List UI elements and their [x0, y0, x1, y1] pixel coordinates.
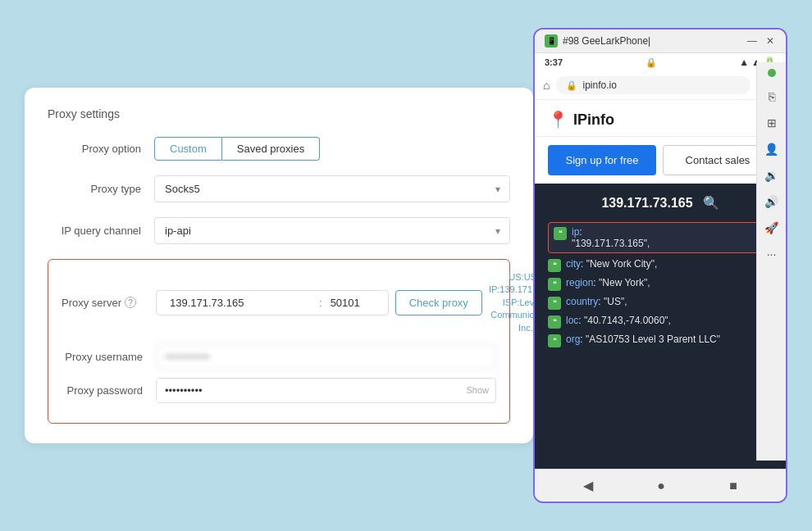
- lock-icon: 🔒: [566, 80, 577, 91]
- back-button[interactable]: ◀: [583, 478, 593, 493]
- proxy-server-input-group: :: [156, 290, 389, 315]
- ip-data-row-org: ❝ org: "AS10753 Level 3 Parent LLC": [548, 334, 773, 347]
- phone-right-sidebar: ⎘ ⊞ 👤 🔉 🔊 🚀 ···: [756, 62, 786, 461]
- quote-icon-city: ❝: [548, 259, 561, 272]
- ip-data-row-region: ❝ region: "New York",: [548, 277, 773, 291]
- quote-icon-org: ❝: [548, 334, 561, 347]
- search-icon[interactable]: 🔍: [703, 195, 719, 211]
- status-time: 3:37: [545, 57, 563, 67]
- panel-title: Proxy settings: [48, 107, 510, 120]
- proxy-username-row: Proxy username: [62, 344, 496, 370]
- ip-key-ip: ip: [572, 226, 579, 238]
- quote-icon-ip: ❝: [554, 227, 567, 240]
- rocket-icon[interactable]: 🚀: [764, 221, 778, 234]
- site-cta-buttons: Sign up for free Contact sales: [535, 137, 786, 184]
- ip-value-loc: "40.7143,-74.0060",: [584, 315, 671, 326]
- proxy-password-label: Proxy password: [62, 384, 156, 397]
- ip-data-list: ❝ ip: "139.171.73.165", ❝ city: "New Yor…: [548, 222, 773, 347]
- check-proxy-button[interactable]: Check proxy: [395, 290, 482, 315]
- proxy-password-wrapper: Show: [156, 378, 496, 403]
- proxy-option-row: Proxy option Custom Saved proxies: [48, 137, 510, 161]
- proxy-type-select-wrapper: Socks5 HTTP HTTPS ▾: [154, 175, 510, 202]
- quote-icon-country: ❝: [548, 297, 561, 310]
- custom-button[interactable]: Custom: [154, 137, 222, 161]
- browser-url-bar[interactable]: 🔒 ipinfo.io: [556, 76, 750, 94]
- phone-container: 📱 #98 GeeLarkPhone| — ✕ 3:37 🔒 ▲ ▲ 🔋 ⌂ 🔒…: [533, 28, 787, 503]
- help-icon[interactable]: ?: [125, 297, 136, 308]
- saved-proxies-button[interactable]: Saved proxies: [222, 137, 320, 161]
- proxy-ip-input[interactable]: [162, 291, 316, 315]
- proxy-option-buttons: Custom Saved proxies: [154, 137, 320, 161]
- ip-value-region: "New York",: [599, 277, 650, 288]
- proxy-type-select[interactable]: Socks5 HTTP HTTPS: [154, 175, 510, 202]
- close-button[interactable]: ✕: [764, 35, 776, 47]
- port-separator: :: [319, 297, 322, 309]
- copy-icon[interactable]: ⎘: [769, 90, 775, 103]
- ip-key-org: org: [566, 334, 580, 345]
- proxy-type-label: Proxy type: [48, 183, 154, 195]
- quote-icon-loc: ❝: [548, 315, 561, 329]
- ip-query-row: IP query channel ip-api ipinfo ▾: [48, 217, 510, 244]
- proxy-username-label: Proxy username: [62, 351, 156, 363]
- phone-bottom-bar: ◀ ● ■: [535, 469, 786, 502]
- proxy-option-label: Proxy option: [48, 143, 154, 155]
- connection-status-indicator: [768, 69, 776, 77]
- ip-query-select-wrapper: ip-api ipinfo ▾: [154, 217, 510, 244]
- ip-value-country: "US",: [604, 296, 627, 307]
- proxy-password-input[interactable]: [157, 379, 461, 402]
- ipinfo-logo: 📍 IPinfo: [548, 110, 614, 129]
- ip-key-region: region: [566, 277, 593, 288]
- home-button[interactable]: ●: [657, 479, 665, 493]
- minimize-button[interactable]: —: [746, 35, 758, 47]
- ip-value-city: "New York City",: [586, 258, 658, 270]
- ip-display-section: 139.171.73.165 🔍 ❝ ip: "139.171.73.165",…: [535, 184, 786, 469]
- phone-app-icon: 📱: [545, 34, 558, 48]
- proxy-server-section: Proxy server ? : Check proxy US:USA IP:1…: [48, 259, 510, 424]
- logo-icon: 📍: [548, 110, 568, 129]
- browser-bar: ⌂ 🔒 ipinfo.io ℹ ⋮: [535, 71, 786, 100]
- recent-apps-button[interactable]: ■: [729, 479, 737, 493]
- wifi-icon: ▲: [739, 57, 749, 68]
- ip-query-select[interactable]: ip-api ipinfo: [154, 217, 510, 244]
- apps-icon[interactable]: ⊞: [767, 116, 777, 129]
- ip-data-row-country: ❝ country: "US",: [548, 296, 773, 310]
- ip-value-org: "AS10753 Level 3 Parent LLC": [586, 334, 720, 345]
- status-bar: 3:37 🔒 ▲ ▲ 🔋: [535, 53, 786, 71]
- ip-value-ip: "139.171.73.165",: [572, 238, 650, 249]
- more-icon[interactable]: ···: [767, 247, 777, 261]
- logo-text: IPinfo: [573, 111, 614, 129]
- site-content: 📍 IPinfo ☰ Sign up for free Contact sale…: [535, 100, 786, 469]
- status-lock-icon: 🔒: [645, 57, 657, 68]
- ip-data-row-loc: ❝ loc: "40.7143,-74.0060",: [548, 315, 773, 329]
- proxy-password-row: Proxy password Show: [62, 378, 496, 403]
- person-icon[interactable]: 👤: [764, 143, 778, 156]
- quote-icon-region: ❝: [548, 278, 561, 291]
- proxy-port-input[interactable]: [326, 291, 383, 315]
- proxy-settings-panel: Proxy settings Proxy option Custom Saved…: [25, 88, 533, 443]
- phone-titlebar: 📱 #98 GeeLarkPhone| — ✕: [535, 30, 786, 53]
- ip-key-city: city: [566, 258, 581, 270]
- phone-title: 📱 #98 GeeLarkPhone|: [545, 34, 650, 48]
- signup-button[interactable]: Sign up for free: [548, 145, 656, 175]
- site-header: 📍 IPinfo ☰: [535, 100, 786, 137]
- proxy-server-row: Proxy server ? : Check proxy US:USA IP:1…: [62, 271, 496, 334]
- show-password-button[interactable]: Show: [466, 385, 489, 395]
- titlebar-controls: — ✕: [746, 35, 776, 47]
- ip-key-loc: loc: [566, 315, 578, 326]
- ip-query-label: IP query channel: [48, 225, 154, 237]
- ip-search-bar: 139.171.73.165 🔍: [548, 195, 773, 211]
- ip-data-row-ip: ❝ ip: "139.171.73.165",: [548, 222, 773, 253]
- proxy-server-label: Proxy server ?: [62, 297, 156, 309]
- proxy-username-input[interactable]: [156, 344, 496, 370]
- url-text: ipinfo.io: [582, 79, 616, 91]
- ip-data-row-city: ❝ city: "New York City",: [548, 258, 773, 272]
- proxy-type-row: Proxy type Socks5 HTTP HTTPS ▾: [48, 175, 510, 202]
- volume-up-icon[interactable]: 🔊: [764, 195, 778, 208]
- ip-address-display: 139.171.73.165: [601, 196, 692, 211]
- volume-down-icon[interactable]: 🔉: [764, 169, 778, 182]
- ip-key-country: country: [566, 296, 598, 307]
- browser-home-icon[interactable]: ⌂: [543, 79, 550, 92]
